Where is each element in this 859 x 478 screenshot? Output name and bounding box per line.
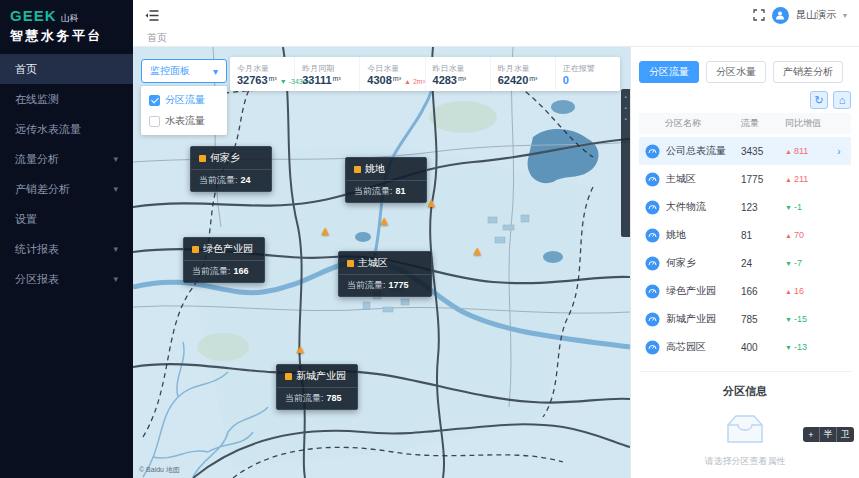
- map-container[interactable]: 今月水量 32763m³-343m³ 昨月同期 33111m³ 今日水量 430…: [133, 47, 630, 478]
- app-logo: GEEK 山科 智慧水务平台: [0, 0, 133, 50]
- zone-flow-value: 785: [741, 314, 785, 325]
- tab-zone-volume[interactable]: 分区水量: [706, 61, 766, 83]
- zone-info-section: 分区信息 请选择分区查看属性: [639, 371, 851, 478]
- sidebar-item-zone-report[interactable]: 分区报表 ▾: [0, 264, 133, 294]
- zone-delta-value: -7: [785, 258, 837, 268]
- sidebar-item-online-monitor[interactable]: 在线监测: [0, 84, 133, 114]
- zone-delta-value: -15: [785, 314, 837, 324]
- map-layer-panel: 监控面板 ▾ 分区流量 水表流量: [141, 59, 227, 135]
- stats-bar: 今月水量 32763m³-343m³ 昨月同期 33111m³ 今日水量 430…: [230, 57, 620, 91]
- user-avatar[interactable]: [772, 7, 789, 24]
- sidebar-menu: 首页 在线监测 远传水表流量 流量分析 ▾ 产销差分析 ▾ 设置 统计报表 ▾ …: [0, 54, 133, 294]
- marker-dot-icon: [347, 260, 354, 267]
- sidebar-item-home[interactable]: 首页: [0, 54, 133, 84]
- layer-panel-dropdown[interactable]: 监控面板 ▾: [141, 59, 227, 83]
- zone-info-title: 分区信息: [639, 384, 851, 399]
- map-marker-icon[interactable]: ▲: [294, 341, 307, 356]
- breadcrumb-home[interactable]: 首页: [147, 31, 167, 45]
- zone-panel-tools: ↻ ⌂: [639, 91, 851, 109]
- table-row[interactable]: 主城区 1775 211: [639, 165, 851, 193]
- tab-nrw-analysis[interactable]: 产销差分析: [773, 61, 843, 83]
- stat-today-volume: 今日水量 4308m³2m³: [360, 57, 425, 91]
- map-attribution: © Baidu 地图: [139, 465, 180, 475]
- sidebar-item-remote-meter-flow[interactable]: 远传水表流量: [0, 114, 133, 144]
- checkbox-meter-flow[interactable]: 水表流量: [149, 114, 219, 128]
- checkbox-zone-flow[interactable]: 分区流量: [149, 93, 219, 107]
- zone-tooltip[interactable]: 新城产业园 当前流量:785: [276, 364, 358, 410]
- zone-name: 新城产业园: [666, 312, 741, 326]
- user-menu-caret-icon[interactable]: ▾: [843, 11, 847, 20]
- zone-table-header: 分区名称 流量 同比增值: [639, 113, 851, 134]
- zone-info-empty-text: 请选择分区查看属性: [639, 455, 851, 478]
- tab-zone-flow[interactable]: 分区流量: [639, 61, 699, 83]
- map-marker-icon[interactable]: ▲: [471, 243, 484, 258]
- meter-icon: [645, 284, 660, 299]
- meter-icon: [645, 228, 660, 243]
- table-row[interactable]: 高芯园区 400 -13: [639, 333, 851, 361]
- sidebar-item-settings[interactable]: 设置: [0, 204, 133, 234]
- zone-delta-value: 70: [785, 230, 837, 240]
- chevron-down-icon: ▾: [213, 66, 218, 77]
- topbar: 昆山演示 ▾: [133, 0, 859, 30]
- zone-delta-value: 211: [785, 174, 837, 184]
- stat-month-volume: 今月水量 32763m³-343m³: [230, 57, 295, 91]
- sidebar: GEEK 山科 智慧水务平台 首页 在线监测 远传水表流量 流量分析 ▾ 产销差…: [0, 0, 133, 478]
- map-marker-icon[interactable]: ▲: [319, 223, 332, 238]
- home-icon: ⌂: [839, 95, 846, 106]
- table-row[interactable]: 何家乡 24 -7: [639, 249, 851, 277]
- zone-flow-value: 3435: [741, 146, 785, 157]
- table-row[interactable]: 公司总表流量 3435 811 ›: [639, 137, 851, 165]
- zone-flow-value: 81: [741, 230, 785, 241]
- refresh-button[interactable]: ↻: [810, 91, 828, 109]
- zone-flow-value: 24: [741, 258, 785, 269]
- chevron-down-icon: ▾: [113, 244, 118, 254]
- username-text[interactable]: 昆山演示: [796, 8, 836, 22]
- fullscreen-button[interactable]: [753, 9, 765, 21]
- table-row[interactable]: 姚地 81 70: [639, 221, 851, 249]
- zone-tooltip[interactable]: 绿色产业园 当前流量:166: [183, 237, 265, 283]
- satellite-toggle-button[interactable]: 卫: [837, 427, 854, 442]
- zone-flow-value: 1775: [741, 174, 785, 185]
- zone-delta-value: 811: [785, 146, 837, 156]
- zone-name: 何家乡: [666, 256, 741, 270]
- marker-dot-icon: [285, 373, 292, 380]
- marker-dot-icon: [192, 246, 199, 253]
- chevron-down-icon: ▾: [113, 184, 118, 194]
- table-row[interactable]: 大件物流 123 -1: [639, 193, 851, 221]
- home-button[interactable]: ⌂: [833, 91, 851, 109]
- logo-geek-text: GEEK: [10, 7, 57, 24]
- zone-flow-value: 400: [741, 342, 785, 353]
- table-row[interactable]: 新城产业园 785 -15: [639, 305, 851, 333]
- sidebar-item-statistics-report[interactable]: 统计报表 ▾: [0, 234, 133, 264]
- zone-tooltip[interactable]: 主城区 当前流量:1775: [338, 251, 432, 297]
- chevron-down-icon: ▾: [113, 274, 118, 284]
- zone-name: 绿色产业园: [666, 284, 741, 298]
- table-row[interactable]: 绿色产业园 166 16: [639, 277, 851, 305]
- zone-name: 公司总表流量: [666, 144, 741, 158]
- zone-name: 大件物流: [666, 200, 741, 214]
- zone-table: 公司总表流量 3435 811 › 主城区 1775 211 大件物流 123 …: [639, 137, 851, 361]
- map-side-strip[interactable]: ▪ ▪ ▪: [621, 89, 630, 237]
- meter-icon: [645, 144, 660, 159]
- stat-delta: 2m³: [404, 78, 425, 85]
- app-title: 智慧水务平台: [10, 27, 123, 45]
- stat-last-month-same-period: 昨月同期 33111m³: [295, 57, 360, 91]
- split-screen-button[interactable]: 半: [820, 427, 837, 442]
- map-marker-icon[interactable]: ▲: [378, 213, 391, 228]
- sidebar-item-nrw-analysis[interactable]: 产销差分析 ▾: [0, 174, 133, 204]
- meter-icon: [645, 172, 660, 187]
- sidebar-item-flow-analysis[interactable]: 流量分析 ▾: [0, 144, 133, 174]
- zone-name: 主城区: [666, 172, 741, 186]
- zoom-in-button[interactable]: +: [803, 427, 820, 442]
- zone-delta-value: -1: [785, 202, 837, 212]
- stat-last-month-volume: 昨月水量 62420m³: [491, 57, 556, 91]
- zone-flow-value: 123: [741, 202, 785, 213]
- zone-flow-value: 166: [741, 286, 785, 297]
- sidebar-collapse-button[interactable]: [145, 10, 159, 21]
- zone-tooltip[interactable]: 何家乡 当前流量:24: [190, 146, 272, 192]
- stat-yesterday-volume: 昨日水量 4283m³: [426, 57, 491, 91]
- meter-icon: [645, 200, 660, 215]
- zone-name: 高芯园区: [666, 340, 741, 354]
- collapse-icon: [145, 10, 159, 21]
- zone-tooltip[interactable]: 姚地 当前流量:81: [345, 157, 427, 203]
